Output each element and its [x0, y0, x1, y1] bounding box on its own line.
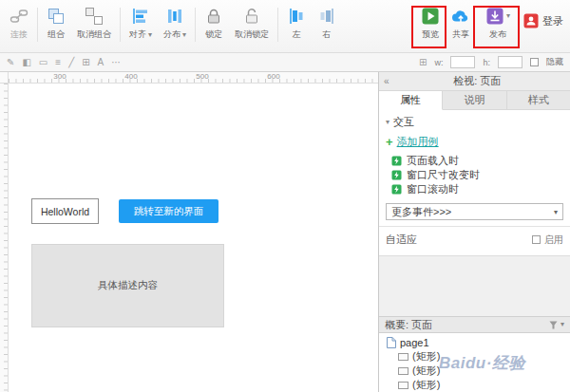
jump-button-widget[interactable]: 跳转至新的界面 [119, 199, 218, 223]
align-button[interactable]: 对齐 ▾ [124, 7, 158, 41]
height-input[interactable] [498, 56, 522, 68]
tab-notes[interactable]: 说明 [443, 91, 506, 109]
connect-label: 连接 [10, 28, 28, 41]
event-onwindowresize[interactable]: 窗口尺寸改变时 [379, 168, 570, 182]
align-right-icon [317, 7, 336, 26]
align-right-label: 右 [323, 28, 332, 41]
preview-button[interactable]: 预览 [415, 7, 446, 41]
login-icon [523, 13, 539, 28]
ruler-number: 500 [196, 72, 208, 81]
page-icon [387, 337, 396, 348]
unlock-icon [242, 7, 261, 26]
inspector-tabs: 属性 说明 样式 [379, 91, 570, 110]
event-label: 窗口尺寸改变时 [407, 168, 480, 182]
distribute-button[interactable]: 分布 ▾ [158, 7, 192, 41]
hide-checkbox[interactable] [530, 58, 539, 66]
ungroup-icon [85, 7, 104, 26]
align-right-button[interactable]: 右 [312, 7, 342, 41]
rectangle-icon [398, 353, 408, 361]
toolbar-divider [37, 8, 38, 42]
tree-item-label: (矩形) [412, 378, 440, 392]
caret-down-icon: ▾ [148, 31, 152, 39]
pen-icon[interactable]: ✎ [7, 58, 14, 67]
preview-icon [421, 7, 440, 26]
tab-properties[interactable]: 属性 [379, 91, 443, 110]
fill-color-icon[interactable]: ◧ [22, 58, 30, 67]
ruler-corner [0, 72, 9, 84]
line-style-icon[interactable]: ╱ [68, 58, 74, 67]
login-button[interactable]: 登录 [523, 13, 563, 28]
group-label: 组合 [48, 28, 65, 41]
event-onwindowscroll[interactable]: 窗口滚动时 [379, 182, 570, 196]
tree-item-rect[interactable]: (矩形) [379, 378, 570, 392]
ruler-number: 400 [124, 72, 137, 81]
width-input[interactable] [450, 56, 475, 68]
event-case-icon [391, 156, 402, 166]
inspector-header: « 检视: 页面 [379, 72, 570, 91]
enable-adaptive-checkbox[interactable] [532, 235, 541, 244]
distribute-icon [165, 7, 184, 26]
share-cloud-icon [451, 7, 470, 26]
align-left-button[interactable]: 左 [281, 7, 312, 41]
design-canvas[interactable]: HelloWorld 跳转至新的界面 具体描述内容 [9, 84, 378, 392]
hello-world-widget[interactable]: HelloWorld [31, 198, 99, 224]
tree-item-label: (矩形) [412, 364, 440, 378]
toolbar-divider [120, 8, 121, 42]
tab-style[interactable]: 样式 [507, 91, 570, 109]
publish-button[interactable]: ▾ 发布 [480, 7, 516, 41]
interaction-section-label: 交互 [393, 115, 414, 129]
connect-icon [10, 7, 28, 26]
caret-down-icon: ▾ [182, 31, 186, 39]
main-toolbar: 连接 组合 取消组合 对齐 [0, 0, 570, 53]
tree-item-page1[interactable]: page1 [379, 335, 570, 349]
filter-icon[interactable] [549, 321, 558, 329]
lock-button[interactable]: 锁定 [199, 7, 229, 41]
align-icon [131, 7, 150, 26]
grid-icon[interactable]: ⊞ [82, 58, 89, 67]
adaptive-label: 自适应 [386, 233, 417, 247]
more-events-dropdown[interactable]: 更多事件>>> ▾ [386, 203, 563, 220]
enable-label: 启用 [544, 233, 563, 247]
more-events-value: 更多事件>>> [391, 205, 451, 219]
event-label: 页面载入时 [407, 154, 459, 168]
tree-item-rect[interactable]: (矩形) [379, 364, 570, 378]
group-icon [47, 7, 66, 26]
toolbar-divider [195, 8, 196, 42]
lock-label: 锁定 [205, 28, 222, 41]
unlock-button[interactable]: 取消锁定 [229, 7, 275, 41]
more-options-icon[interactable]: ⋯ [111, 58, 121, 67]
inspector-body: ▾ 交互 + 添加用例 页面载入时 窗口尺寸改变时 [379, 110, 570, 255]
outline-tree: page1 (矩形) (矩形) (矩形) [379, 333, 570, 392]
event-case-icon [391, 170, 402, 180]
interaction-section-header[interactable]: ▾ 交互 [379, 110, 570, 132]
connect-button[interactable]: 连接 [4, 7, 34, 41]
add-case-label: 添加用例 [397, 135, 439, 149]
border-style-icon[interactable]: ▭ [39, 58, 48, 67]
plus-icon: + [386, 136, 393, 148]
adaptive-row: 自适应 启用 [379, 227, 570, 253]
ungroup-button[interactable]: 取消组合 [71, 7, 117, 41]
line-weight-icon[interactable]: ≡ [55, 58, 61, 67]
caret-down-icon: ▾ [386, 119, 390, 126]
description-rect-widget[interactable]: 具体描述内容 [31, 244, 224, 327]
align-label: 对齐 [129, 28, 146, 41]
vertical-ruler [0, 84, 9, 392]
group-button[interactable]: 组合 [41, 7, 71, 41]
axure-editor-window: 连接 组合 取消组合 对齐 [0, 0, 570, 392]
add-case-link[interactable]: + 添加用例 [379, 132, 570, 154]
size-icon: ⊞ [419, 58, 427, 67]
caret-down-icon[interactable]: ▾ [560, 321, 564, 328]
ruler-number: 300 [53, 72, 66, 81]
tree-item-label: (矩形) [412, 349, 440, 364]
unlock-label: 取消锁定 [235, 28, 269, 41]
text-style-icon[interactable]: A [98, 58, 104, 67]
caret-down-icon: ▾ [554, 208, 558, 216]
share-button[interactable]: 共享 [446, 7, 476, 41]
align-left-icon [287, 7, 306, 26]
rectangle-icon [398, 367, 408, 375]
rectangle-icon [398, 382, 408, 389]
tree-item-rect[interactable]: (矩形) [379, 349, 570, 364]
distribute-label: 分布 [163, 28, 180, 41]
login-label: 登录 [542, 14, 563, 28]
event-onpageload[interactable]: 页面载入时 [379, 154, 570, 168]
